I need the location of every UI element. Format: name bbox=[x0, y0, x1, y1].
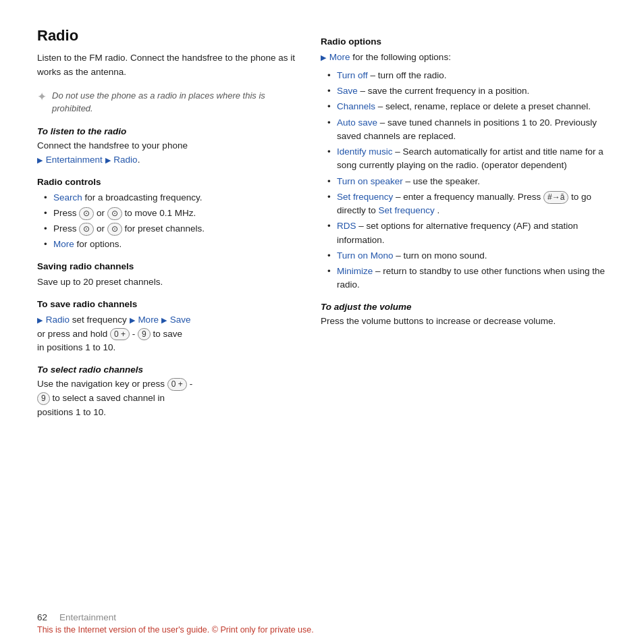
save-option-link[interactable]: Save bbox=[337, 86, 358, 96]
list-item: Minimize – return to standby to use othe… bbox=[327, 265, 607, 292]
turn-off-text: – turn off the radio. bbox=[371, 70, 447, 80]
footer-page-num: 62 bbox=[37, 612, 47, 622]
turn-on-speaker-link[interactable]: Turn on speaker bbox=[337, 176, 403, 186]
list-item: Search for a broadcasting frequency. bbox=[44, 191, 300, 205]
footer: 62 Entertainment This is the Internet ve… bbox=[0, 600, 644, 644]
footer-section: Entertainment bbox=[59, 612, 116, 622]
minimize-link[interactable]: Minimize bbox=[337, 266, 373, 276]
channels-link[interactable]: Channels bbox=[337, 101, 375, 111]
radio-controls-list: Search for a broadcasting frequency. Pre… bbox=[37, 191, 300, 252]
content-area: Radio Listen to the FM radio. Connect th… bbox=[0, 27, 644, 600]
search-suffix: for a broadcasting frequency. bbox=[85, 192, 203, 203]
search-link[interactable]: Search bbox=[53, 192, 82, 203]
right-column: Radio options ▶ More for the following o… bbox=[321, 27, 607, 600]
key-circle-1: ⊙ bbox=[79, 207, 94, 220]
save-link[interactable]: Save bbox=[170, 315, 191, 325]
key-0plus-select: 0 + bbox=[167, 378, 187, 391]
list-item: Identify music – Search automatically fo… bbox=[327, 145, 607, 173]
identify-music-link[interactable]: Identify music bbox=[337, 146, 393, 157]
more-suffix: for options. bbox=[77, 239, 122, 249]
listen-nav1[interactable]: Entertainment bbox=[46, 155, 103, 165]
turn-on-mono-link[interactable]: Turn on Mono bbox=[337, 250, 394, 261]
page: Radio Listen to the FM radio. Connect th… bbox=[0, 0, 644, 644]
more-link-options[interactable]: More bbox=[329, 52, 350, 62]
nav-arrow-1: ▶ bbox=[37, 156, 43, 164]
listen-body-text: Connect the handsfree to your phone bbox=[37, 140, 188, 151]
options-more-line: ▶ More for the following options: bbox=[321, 51, 607, 65]
volume-title: To adjust the volume bbox=[321, 302, 607, 312]
minimize-text: – return to standby to use other functio… bbox=[337, 266, 605, 290]
list-item: Press ⊙ or ⊙ to move 0.1 MHz. bbox=[44, 207, 300, 220]
key-circle-4: ⊙ bbox=[107, 223, 122, 236]
select-title: To select radio channels bbox=[37, 365, 300, 375]
turn-off-link[interactable]: Turn off bbox=[337, 70, 368, 80]
nav-arrow-options: ▶ bbox=[321, 53, 326, 61]
key-9-save: 9 bbox=[138, 328, 151, 341]
list-item: Channels – select, rename, replace or de… bbox=[327, 100, 607, 113]
rds-text: – set options for alternative frequency … bbox=[337, 221, 578, 244]
nav-arrow-save: ▶ bbox=[37, 316, 43, 324]
list-item: Press ⊙ or ⊙ for preset channels. bbox=[44, 222, 300, 236]
select-text-1: Use the navigation key or press 0 + - bbox=[37, 379, 192, 389]
key-9-select: 9 bbox=[37, 392, 50, 405]
save-channels-title: To save radio channels bbox=[37, 299, 300, 309]
nav-arrow-2: ▶ bbox=[105, 156, 111, 164]
save-channels-body: ▶ Radio set frequency ▶ More ▶ Save or p… bbox=[37, 313, 300, 356]
intro-text: Listen to the FM radio. Connect the hand… bbox=[37, 51, 300, 80]
press-text-2: Press ⊙ or ⊙ for preset channels. bbox=[53, 223, 205, 234]
footer-legal: This is the Internet version of the user… bbox=[37, 625, 607, 635]
left-column: Radio Listen to the FM radio. Connect th… bbox=[37, 27, 300, 600]
list-item: Turn off – turn off the radio. bbox=[327, 69, 607, 82]
select-text-3: positions 1 to 10. bbox=[37, 407, 106, 417]
volume-body: Press the volume buttons to increase or … bbox=[321, 315, 607, 329]
key-hash: #→ā bbox=[543, 191, 568, 204]
options-more-suffix: for the following options: bbox=[352, 52, 451, 62]
tip-text: Do not use the phone as a radio in place… bbox=[52, 89, 300, 115]
key-circle-2: ⊙ bbox=[107, 207, 122, 220]
saving-body: Save up to 20 preset channels. bbox=[37, 275, 300, 290]
save-text-2: or press and hold 0 + - 9 to save bbox=[37, 329, 182, 339]
auto-save-link[interactable]: Auto save bbox=[337, 117, 377, 128]
key-circle-3: ⊙ bbox=[79, 223, 94, 236]
listen-nav2[interactable]: Radio bbox=[113, 155, 137, 165]
select-text-2: 9 to select a saved channel in bbox=[37, 393, 165, 403]
rds-link[interactable]: RDS bbox=[337, 221, 356, 231]
list-item: RDS – set options for alternative freque… bbox=[327, 219, 607, 247]
footer-page-line: 62 Entertainment bbox=[37, 612, 607, 622]
radio-controls-title: Radio controls bbox=[37, 177, 300, 187]
list-item: More for options. bbox=[44, 238, 300, 251]
save-text-3: in positions 1 to 10. bbox=[37, 342, 115, 352]
radio-link[interactable]: Radio bbox=[46, 315, 70, 325]
turn-on-speaker-text: – use the speaker. bbox=[406, 176, 480, 186]
list-item: Turn on Mono – turn on mono sound. bbox=[327, 249, 607, 263]
listen-body: Connect the handsfree to your phone ▶ En… bbox=[37, 139, 300, 167]
listen-title: To listen to the radio bbox=[37, 126, 300, 136]
options-title: Radio options bbox=[321, 36, 607, 47]
list-item: Auto save – save tuned channels in posit… bbox=[327, 116, 607, 144]
list-item: Save – save the current frequency in a p… bbox=[327, 84, 607, 98]
nav-arrow-save2: ▶ bbox=[130, 316, 135, 324]
saving-title: Saving radio channels bbox=[37, 261, 300, 271]
page-title: Radio bbox=[37, 27, 300, 45]
save-option-text: – save the current frequency in a positi… bbox=[360, 86, 530, 96]
tip-block: ✦ Do not use the phone as a radio in pla… bbox=[37, 89, 300, 115]
more-link-controls[interactable]: More bbox=[53, 239, 74, 249]
set-freq-period: . bbox=[437, 205, 440, 215]
options-list: Turn off – turn off the radio. Save – sa… bbox=[321, 69, 607, 292]
select-body: Use the navigation key or press 0 + - 9 … bbox=[37, 377, 300, 420]
turn-on-mono-text: – turn on mono sound. bbox=[396, 250, 487, 261]
channels-text: – select, rename, replace or delete a pr… bbox=[378, 101, 591, 111]
list-item: Set frequency – enter a frequency manual… bbox=[327, 190, 607, 218]
list-item: Turn on speaker – use the speaker. bbox=[327, 175, 607, 188]
set-frequency-link[interactable]: Set frequency bbox=[337, 192, 393, 202]
key-0plus: 0 + bbox=[110, 328, 130, 341]
tip-icon: ✦ bbox=[37, 90, 47, 104]
more-link-save[interactable]: More bbox=[138, 315, 159, 325]
save-text-1: set frequency bbox=[72, 315, 130, 325]
nav-arrow-save3: ▶ bbox=[161, 316, 167, 324]
press-text-1: Press ⊙ or ⊙ to move 0.1 MHz. bbox=[53, 208, 196, 218]
set-frequency-link2[interactable]: Set frequency bbox=[379, 205, 435, 215]
